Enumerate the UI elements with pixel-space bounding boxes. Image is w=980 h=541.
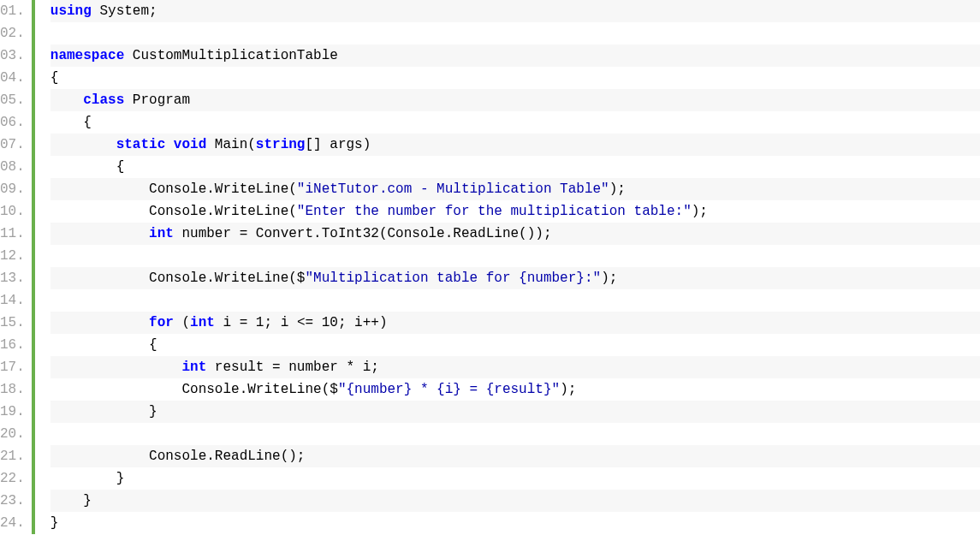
line-number: 19. [0, 401, 25, 423]
token: Program [124, 92, 190, 108]
line-number: 16. [0, 334, 25, 356]
token: void [174, 137, 206, 152]
token [50, 315, 149, 330]
token: ); [601, 270, 617, 286]
code-line: Console.WriteLine($"Multiplication table… [50, 267, 980, 289]
token: "iNetTutor.com - Multiplication Table" [297, 181, 609, 197]
token: [] args) [305, 137, 371, 152]
token: ); [609, 181, 626, 197]
token: "{number} * {i} = {result}" [338, 382, 560, 397]
token: "Multiplication table for {number}:" [305, 270, 601, 286]
line-number: 24. [0, 512, 25, 534]
token: result = number * i; [206, 360, 379, 375]
code-line: } [50, 467, 980, 490]
line-number: 06. [0, 111, 25, 134]
token: ( [174, 315, 190, 330]
line-number: 03. [0, 45, 25, 67]
line-number: 12. [0, 245, 25, 267]
code-line [50, 22, 980, 45]
code-line: } [50, 490, 980, 512]
token: class [83, 92, 124, 108]
code-line: int number = Convert.ToInt32(Console.Rea… [50, 223, 980, 245]
token [50, 92, 83, 108]
code-line: for (int i = 1; i <= 10; i++) [50, 312, 980, 334]
code-line: using System; [50, 0, 980, 22]
code-line: } [50, 401, 980, 423]
token: { [50, 115, 92, 130]
code-line: namespace CustomMultiplicationTable [50, 45, 980, 67]
code-line: Console.WriteLine("Enter the number for … [50, 200, 980, 223]
code-line: Console.WriteLine("iNetTutor.com - Multi… [50, 178, 980, 200]
token: namespace [50, 48, 124, 63]
line-number: 07. [0, 134, 25, 156]
code-line: Console.WriteLine($"{number} * {i} = {re… [50, 378, 980, 401]
token: } [50, 515, 59, 531]
line-number: 05. [0, 89, 25, 111]
code-line: { [50, 156, 980, 178]
token: { [50, 70, 59, 86]
token: i = 1; i <= 10; i++) [215, 315, 388, 330]
line-number: 01. [0, 0, 25, 22]
token: Console.WriteLine($ [50, 382, 338, 397]
token: Console.ReadLine(); [50, 449, 306, 464]
token: Console.WriteLine( [50, 204, 297, 219]
code-line: { [50, 334, 980, 356]
line-number: 02. [0, 22, 25, 45]
token: using [50, 3, 92, 19]
code-line: { [50, 111, 980, 134]
line-number: 15. [0, 312, 25, 334]
token: Main( [206, 137, 256, 152]
line-number: 11. [0, 223, 25, 245]
token: } [50, 404, 157, 419]
code-line: int result = number * i; [50, 356, 980, 378]
token: } [50, 471, 124, 486]
line-number: 21. [0, 445, 25, 467]
code-line: Console.ReadLine(); [50, 445, 980, 467]
token [165, 137, 174, 152]
code-line: class Program [50, 89, 980, 111]
line-number: 04. [0, 67, 25, 89]
code-line: } [50, 512, 980, 534]
token: int [181, 360, 206, 375]
token: { [50, 159, 124, 175]
line-number: 23. [0, 490, 25, 512]
line-number: 20. [0, 423, 25, 445]
token: static [116, 137, 166, 152]
token [50, 137, 116, 152]
code-area: using System;namespace CustomMultiplicat… [35, 0, 980, 534]
code-line [50, 289, 980, 312]
token [50, 226, 149, 241]
token: { [50, 337, 157, 353]
line-number: 08. [0, 156, 25, 178]
token: for [149, 315, 174, 330]
line-number: 14. [0, 289, 25, 312]
code-line: { [50, 67, 980, 89]
line-number: 22. [0, 467, 25, 490]
token: string [256, 137, 306, 152]
token: int [190, 315, 215, 330]
token: Console.WriteLine($ [50, 270, 306, 286]
code-line [50, 245, 980, 267]
token: Console.WriteLine( [50, 181, 297, 197]
token [50, 360, 182, 375]
line-number: 17. [0, 356, 25, 378]
code-block: 01.02.03.04.05.06.07.08.09.10.11.12.13.1… [0, 0, 980, 534]
token: ); [560, 382, 576, 397]
token: } [50, 493, 92, 508]
line-number: 10. [0, 200, 25, 223]
token: int [149, 226, 174, 241]
line-number-gutter: 01.02.03.04.05.06.07.08.09.10.11.12.13.1… [0, 0, 32, 534]
token: number = Convert.ToInt32(Console.ReadLin… [174, 226, 552, 241]
line-number: 18. [0, 378, 25, 401]
token: System; [92, 3, 157, 19]
token: ); [692, 204, 708, 219]
token: "Enter the number for the multiplication… [297, 204, 692, 219]
line-number: 13. [0, 267, 25, 289]
code-line: static void Main(string[] args) [50, 134, 980, 156]
code-line [50, 423, 980, 445]
line-number: 09. [0, 178, 25, 200]
token: CustomMultiplicationTable [124, 48, 338, 63]
